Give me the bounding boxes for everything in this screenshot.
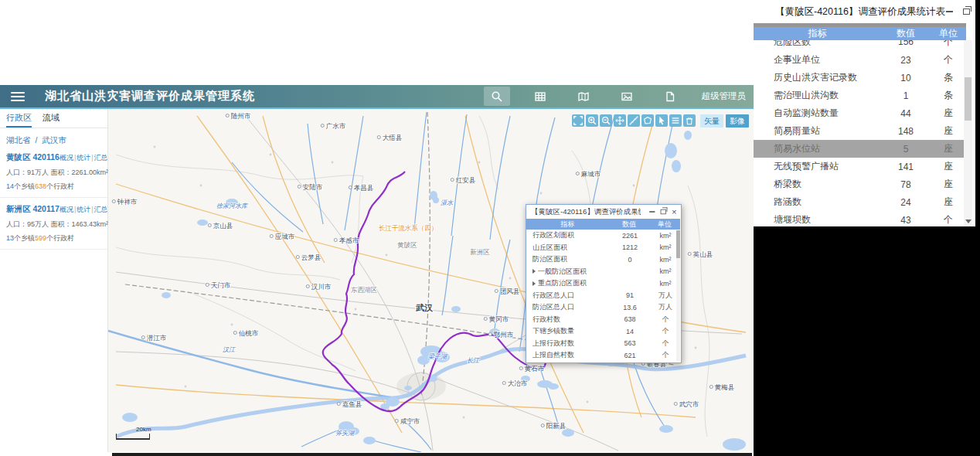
table-row[interactable]: 危险区数156个	[754, 40, 966, 51]
scale-bar: 20km	[116, 434, 150, 440]
restore-icon[interactable]	[962, 7, 971, 16]
scroll-down-button[interactable]	[964, 216, 972, 226]
row-value: 91	[610, 291, 650, 299]
expand-icon[interactable]	[533, 269, 536, 274]
row-label: 简易雨量站	[754, 124, 881, 138]
table-row[interactable]: 下辖乡镇数量14个	[526, 325, 681, 338]
table-body: 危险区数156个企事业单位23个历史山洪灾害记录数10条需治理山洪沟数1条自动监…	[754, 40, 966, 229]
overview-link[interactable]: 概况	[60, 154, 73, 162]
district-name-link[interactable]: 黄陂区 420116	[6, 152, 60, 163]
table-icon[interactable]	[527, 87, 553, 106]
minimize-icon[interactable]	[648, 208, 656, 216]
row-label: 自动监测站数量	[754, 107, 881, 120]
row-value: 10	[881, 73, 931, 83]
current-user[interactable]: 超级管理员	[702, 90, 747, 102]
row-label: 防治区面积	[526, 254, 610, 264]
app-header: 湖北省山洪灾害调查评价成果管理系统	[0, 85, 754, 109]
table-row[interactable]: 行政区划面积2261km²	[526, 230, 681, 242]
map-toolbar	[572, 114, 696, 127]
table-row[interactable]: 桥梁数78座	[754, 175, 966, 193]
panel-scrollbar[interactable]	[964, 40, 972, 226]
row-value: 14	[610, 328, 650, 335]
table-body: 行政区划面积2261km²山丘区面积1212km²防治区面积0km²一般防治区面…	[526, 230, 681, 362]
district-info: 人口：95万人 面积：1463.43km²	[6, 219, 103, 230]
row-label: 危险区数	[754, 40, 881, 49]
menu-icon[interactable]	[11, 92, 25, 101]
measure-area-icon[interactable]	[641, 114, 654, 127]
map-icon[interactable]	[570, 87, 597, 106]
row-value: 0	[610, 256, 650, 264]
row-unit: 个	[931, 213, 966, 226]
breadcrumb: 湖北省 / 武汉市	[0, 128, 107, 146]
close-icon[interactable]	[670, 208, 678, 216]
row-value: 24	[881, 197, 931, 208]
row-value: 148	[881, 126, 931, 137]
table-row[interactable]: 行政村数638个	[526, 314, 681, 326]
tab-basin[interactable]: 流域	[43, 112, 60, 128]
screen: 湖北省山洪灾害调查评价成果管理系统	[0, 0, 980, 456]
row-label: 上报行政村数	[526, 339, 610, 349]
map-canvas[interactable]: 随州市广水市大悟县安陆市孝昌县红安县麻城市京山县应城市云梦县孝感市钟祥市汉川市天…	[108, 109, 754, 452]
basemap-imagery-button[interactable]: 影像	[726, 114, 749, 128]
summary-link[interactable]: 汇总	[94, 206, 108, 213]
layer-list-icon[interactable]	[669, 114, 682, 127]
minimize-icon[interactable]	[945, 7, 954, 16]
clear-icon[interactable]	[683, 114, 696, 127]
table-row[interactable]: 路涵数24座	[754, 193, 966, 211]
table-row[interactable]: 上报自然村数621个	[526, 349, 681, 362]
identify-icon[interactable]	[655, 114, 668, 127]
table-row[interactable]: 一般防治区面积km²	[526, 266, 681, 278]
row-label: 塘堰坝数	[754, 213, 881, 226]
district-links: 概况|统计|汇总	[60, 205, 108, 215]
row-unit: 座	[931, 196, 966, 209]
search-icon[interactable]	[484, 87, 510, 106]
row-value: 638	[610, 315, 650, 323]
row-label: 无线预警广播站	[754, 160, 881, 173]
breadcrumb-province[interactable]: 湖北省	[6, 135, 31, 145]
table-row[interactable]: 防治区总人口13.6万人	[526, 301, 681, 314]
scrollbar-thumb[interactable]	[965, 77, 971, 121]
tab-admin-region[interactable]: 行政区	[6, 112, 32, 128]
table-row[interactable]: 需治理山洪沟数1条	[754, 87, 966, 104]
table-row[interactable]: 山丘区面积1212km²	[526, 242, 681, 254]
sidebar-tabs: 行政区 流域	[0, 109, 107, 128]
district-card: 新洲区 420117 概况|统计|汇总 人口：95万人 面积：1463.43km…	[0, 198, 107, 250]
district-card: 黄陂区 420116 概况|统计|汇总 人口：91万人 面积：2261.00km…	[0, 146, 107, 198]
table-row[interactable]: 无线预警广播站141座	[754, 158, 966, 175]
pan-icon[interactable]	[614, 114, 626, 127]
expand-icon[interactable]	[533, 281, 536, 286]
table-row[interactable]: 简易雨量站148座	[754, 122, 966, 140]
dialog-scrollbar[interactable]	[676, 230, 680, 361]
table-row[interactable]: 塘堰坝数43个	[754, 211, 966, 229]
horizontal-scrollbar[interactable]	[112, 453, 752, 456]
document-icon[interactable]	[657, 87, 683, 106]
row-value: 13.6	[610, 304, 650, 311]
table-row[interactable]: 自动监测站数量44座	[754, 104, 966, 122]
basemap-switch: 矢量 影像	[700, 114, 749, 128]
row-unit: 座	[931, 124, 966, 138]
row-label: 行政区总人口	[526, 291, 610, 301]
table-row[interactable]: 简易水位站5座	[754, 140, 966, 158]
extent-icon[interactable]	[572, 114, 584, 127]
overview-link[interactable]: 概况	[60, 206, 73, 213]
district-villages: 14个乡镇638个行政村	[6, 182, 103, 192]
table-row[interactable]: 企事业单位23个	[754, 51, 966, 69]
breadcrumb-city[interactable]: 武汉市	[42, 135, 66, 145]
image-icon[interactable]	[614, 87, 640, 106]
district-name-link[interactable]: 新洲区 420117	[6, 204, 60, 215]
table-row[interactable]: 重点防治区面积km²	[526, 277, 681, 290]
table-row[interactable]: 上报行政村数563个	[526, 338, 681, 350]
zoom-out-icon[interactable]	[600, 114, 612, 127]
restore-icon[interactable]	[659, 208, 667, 216]
table-row[interactable]: 防治区面积0km²	[526, 254, 681, 266]
basemap-vector-button[interactable]: 矢量	[700, 114, 723, 128]
row-unit: 条	[931, 71, 966, 84]
table-row[interactable]: 行政区总人口91万人	[526, 290, 681, 302]
summary-link[interactable]: 汇总	[94, 154, 108, 162]
stats-link[interactable]: 统计	[77, 206, 90, 213]
row-label: 企事业单位	[754, 53, 881, 66]
measure-distance-icon[interactable]	[628, 114, 640, 127]
table-row[interactable]: 历史山洪灾害记录数10条	[754, 69, 966, 87]
stats-link[interactable]: 统计	[77, 154, 90, 162]
zoom-in-icon[interactable]	[586, 114, 598, 127]
